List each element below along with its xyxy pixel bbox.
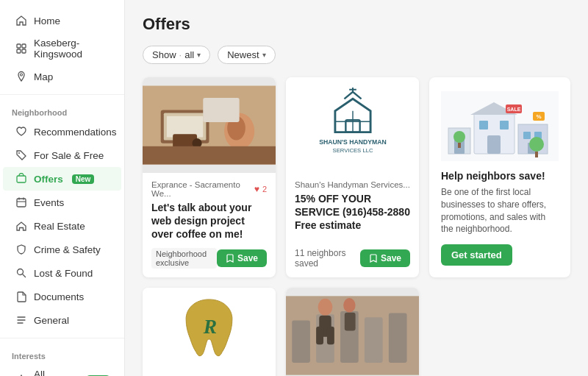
sidebar-item-all-interests-label: All Interests — [34, 369, 78, 376]
sidebar-item-all-interests[interactable]: All Interests New — [3, 363, 121, 376]
sidebar-item-map-label: Map — [34, 71, 53, 82]
sidebar-item-general[interactable]: General — [3, 308, 121, 332]
sidebar-item-offers[interactable]: Offers New — [3, 167, 121, 191]
promo-headline: Help neighbors save! — [441, 170, 545, 182]
show-filter-button[interactable]: Show · all ▾ — [143, 46, 210, 64]
offer-card-exprance: Exprance - Sacramento We... ♥ 2 Let's ta… — [143, 77, 276, 277]
sidebar-item-recommendations[interactable]: Recommendations — [3, 120, 121, 143]
page-title: Offers — [143, 15, 570, 34]
svg-point-46 — [453, 131, 465, 143]
svg-point-5 — [18, 152, 20, 154]
sidebar-item-map[interactable]: Map — [3, 65, 121, 88]
sidebar-item-lost-found-label: Lost & Found — [34, 268, 93, 279]
show-filter-dot: · — [179, 49, 182, 60]
sidebar-item-general-label: General — [34, 315, 69, 326]
neighborhood-exclusive-tag: Neighborhood exclusive — [151, 248, 217, 269]
svg-point-8 — [18, 269, 24, 275]
save-exprance-button[interactable]: Save — [217, 249, 267, 267]
sidebar-item-kaseberg[interactable]: Kaseberg-Kingswood — [3, 32, 121, 65]
heart-outline-icon — [15, 125, 28, 138]
offer-card-handyman-image: SHAUN'S HANDYMAN SERVICES LLC — [286, 77, 419, 173]
offer-card-handyman-footer: 11 neighbors saved Save — [295, 248, 410, 269]
offer-card-handyman-title: 15% OFF YOUR SERVICE (916)458-2880 Free … — [295, 192, 410, 242]
show-filter-chevron-icon: ▾ — [197, 51, 201, 59]
sidebar-item-offers-label: Offers — [34, 174, 63, 185]
offer-card-exprance-image — [143, 77, 276, 173]
offer-card-dental: R Rana Dental ♥ 1 New Patient Specials s… — [143, 288, 276, 376]
sidebar-item-documents[interactable]: Documents — [3, 285, 121, 308]
svg-rect-33 — [487, 135, 501, 154]
offer-card-exprance-source: Exprance - Sacramento We... ♥ 2 — [151, 180, 267, 198]
house-icon — [15, 219, 28, 233]
svg-text:R: R — [203, 316, 217, 338]
show-filter-label: Show — [152, 49, 176, 60]
svg-rect-7 — [17, 199, 26, 207]
sidebar-item-real-estate-label: Real Estate — [34, 221, 85, 232]
svg-rect-39 — [523, 132, 531, 139]
svg-rect-3 — [22, 49, 26, 53]
pin-icon — [15, 70, 28, 83]
sidebar-item-crime-safety[interactable]: Crime & Safety — [3, 238, 121, 261]
promo-body: Be one of the first local businesses to … — [441, 186, 559, 235]
svg-rect-34 — [479, 121, 488, 130]
svg-rect-65 — [286, 297, 419, 375]
svg-rect-47 — [458, 143, 461, 148]
svg-rect-35 — [500, 121, 509, 130]
svg-rect-26 — [203, 98, 239, 122]
interests-section-label: Interests — [0, 344, 124, 363]
neighborhood-section-label: Neighborhood — [0, 101, 124, 120]
svg-rect-20 — [167, 116, 203, 138]
shield-icon — [15, 243, 28, 256]
svg-rect-6 — [17, 176, 26, 182]
grid-icon — [15, 42, 28, 55]
tag-icon — [15, 149, 28, 162]
sort-filter-value: Newest — [227, 49, 259, 60]
svg-point-44 — [529, 137, 544, 152]
sidebar-item-for-sale-label: For Sale & Free — [34, 150, 104, 161]
sort-filter-button[interactable]: Newest ▾ — [218, 46, 275, 64]
sidebar-item-kaseberg-label: Kaseberg-Kingswood — [34, 38, 110, 60]
main-content: Offers Show · all ▾ Newest ▾ — [125, 0, 588, 376]
sidebar-item-events[interactable]: Events — [3, 191, 121, 214]
show-filter-value: all — [184, 49, 194, 60]
promo-card: SALE % Help neighbors save! Be one of th… — [429, 77, 570, 277]
svg-rect-2 — [17, 49, 21, 53]
filters-bar: Show · all ▾ Newest ▾ — [143, 46, 570, 64]
offer-card-handyman-source: Shaun's Handyman Services... — [295, 180, 410, 189]
home-icon — [15, 14, 28, 27]
offer-card-handyman: SHAUN'S HANDYMAN SERVICES LLC Shaun's Ha… — [286, 77, 419, 277]
list-icon — [15, 313, 28, 327]
svg-text:SALE: SALE — [507, 107, 521, 112]
sort-filter-chevron-icon: ▾ — [262, 51, 266, 59]
svg-point-4 — [21, 74, 23, 76]
svg-rect-1 — [22, 44, 26, 48]
doc-icon — [15, 290, 28, 303]
sidebar-item-home-label: Home — [34, 15, 60, 26]
sidebar-item-documents-label: Documents — [34, 291, 84, 302]
sidebar-item-crime-safety-label: Crime & Safety — [34, 244, 101, 255]
sidebar-item-recommendations-label: Recommendations — [34, 127, 117, 138]
promo-illustration: SALE % — [441, 89, 559, 163]
offers-new-badge: New — [72, 174, 95, 184]
sidebar-item-home[interactable]: Home — [3, 9, 121, 32]
svg-rect-45 — [535, 152, 538, 157]
sidebar-item-events-label: Events — [34, 197, 64, 208]
heart-icon: ♥ — [254, 184, 259, 194]
offer-icon — [15, 172, 28, 185]
sidebar-item-lost-found[interactable]: Lost & Found — [3, 261, 121, 285]
offer-card-exprance-footer: Neighborhood exclusive Save — [151, 248, 267, 269]
svg-rect-0 — [17, 44, 21, 48]
offer-card-handyman-body: Shaun's Handyman Services... 15% OFF YOU… — [286, 173, 419, 277]
sidebar-item-real-estate[interactable]: Real Estate — [3, 214, 121, 238]
sidebar-item-for-sale[interactable]: For Sale & Free — [3, 143, 121, 167]
offer-card-dental-image: R — [143, 288, 276, 376]
save-handyman-button[interactable]: Save — [360, 249, 410, 267]
svg-rect-25 — [143, 146, 276, 165]
offer-card-exprance-body: Exprance - Sacramento We... ♥ 2 Let's ta… — [143, 173, 276, 277]
search-icon — [15, 266, 28, 280]
sidebar: Home Kaseberg-Kingswood Map Neighborhood… — [0, 0, 125, 376]
handyman-neighbors-saved: 11 neighbors saved — [295, 248, 360, 269]
get-started-button[interactable]: Get started — [441, 244, 512, 266]
svg-text:%: % — [536, 113, 541, 120]
offer-card-curves: Curves ♥ 2 Get Strong For LIfe 9 neighbo… — [286, 288, 419, 376]
